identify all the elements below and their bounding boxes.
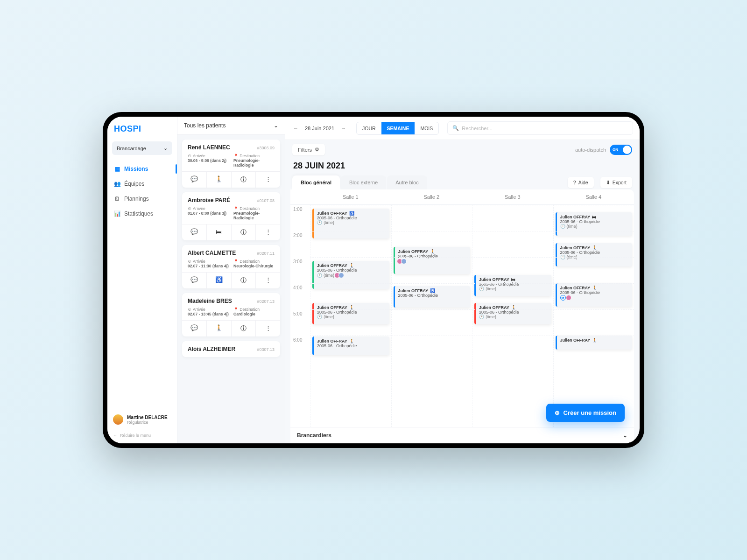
create-mission-button[interactable]: ⊕ Créer une mission [546,404,625,422]
schedule-event[interactable]: Julien OFFRAY ♿ 2005-06 - Orthopédie [394,286,471,308]
schedule-event[interactable]: Julien OFFRAY 🚶 [556,336,633,350]
collapse-menu[interactable]: ← Réduire le menu [107,429,177,443]
topbar-date: 28 Juin 2021 [305,126,334,131]
patient-info-icon[interactable]: ⓘ [232,224,256,240]
event-time: 🕑{time} [560,224,629,229]
arrow-left-icon: ← [113,433,117,438]
schedule-event[interactable]: Julien OFFRAY 🚶 2005-06 - Orthopédie 🕑{t… [474,303,551,324]
search-input[interactable]: 🔍 Rechercher... [447,121,633,135]
view-mois[interactable]: MOIS [415,122,438,134]
patient-mobility-icon[interactable]: 🛏 [207,224,232,240]
schedule-event[interactable]: Julien OFFRAY 🚶 2005-06 - Orthopédie M [556,283,633,307]
event-detail: 2005-06 - Orthopédie [317,216,386,220]
patient-card[interactable]: René LAENNEC#3006.09 ⏲ Arrivée30.06 - 9:… [182,140,280,188]
view-semaine[interactable]: SEMAINE [381,122,415,134]
patient-more-icon[interactable]: ⋮ [256,273,280,288]
mobility-icon: 🚶 [592,245,597,250]
bloc-tab[interactable]: Bloc général [292,175,340,189]
patient-name: Albert CALMETTE [188,250,236,256]
event-name: Julien OFFRAY 🚶 [560,338,629,343]
patient-mobility-icon[interactable]: 🚶 [207,321,232,336]
event-detail: 2005-06 - Orthopédie [317,343,386,348]
patient-chat-icon[interactable]: 💬 [182,172,207,188]
nav-item-équipes[interactable]: 👥Équipes [107,176,177,191]
event-name: Julien OFFRAY 🛏 [479,277,548,282]
sliders-icon: ⚙ [315,147,319,153]
chevron-down-icon: ⌄ [623,432,627,439]
schedule-event[interactable]: Julien OFFRAY 🚶 2005-06 - Orthopédie [312,336,389,355]
event-name: Julien OFFRAY 🚶 [398,249,467,254]
next-arrow-icon[interactable]: → [339,124,348,133]
event-time: 🕑{time} [317,220,386,225]
event-name: Julien OFFRAY 🚶 [560,286,629,290]
patient-chat-icon[interactable]: 💬 [182,273,207,288]
time-label: 3:00 [290,257,310,283]
schedule-event[interactable]: Julien OFFRAY 🛏 2005-06 - Orthopédie 🕑{t… [474,275,551,296]
filters-button[interactable]: Filters ⚙ [292,144,325,155]
schedule-event[interactable]: Julien OFFRAY ♿ 2005-06 - Orthopédie 🕑{t… [312,209,389,238]
time-label: 5:00 [290,309,310,336]
event-name: Julien OFFRAY 🚶 [317,263,386,268]
nav-label: Équipes [124,181,144,187]
event-detail: 2005-06 - Orthopédie [479,282,548,287]
mobility-icon: 🚶 [592,286,597,290]
nav-label: Statistiques [124,210,153,217]
prev-arrow-icon[interactable]: ← [291,124,300,133]
brancardiers-row[interactable]: Brancardiers ⌄ [290,427,634,443]
schedule-event[interactable]: Julien OFFRAY 🚶 2005-06 - Orthopédie [394,247,471,274]
clock-icon: 🕑 [317,315,322,319]
schedule-event[interactable]: Julien OFFRAY 🚶 2005-06 - Orthopédie 🕑{t… [556,243,633,266]
auto-dispatch: auto-dispatch ON [575,145,632,155]
time-label: 6:00 [290,336,310,362]
view-jour[interactable]: JOUR [357,122,381,134]
search-placeholder: Rechercher... [462,126,492,131]
nav-item-plannings[interactable]: 🗓Plannings [107,191,177,206]
patient-more-icon[interactable]: ⋮ [256,224,280,240]
department-select[interactable]: Brancardage ⌄ [112,141,172,155]
export-button[interactable]: ⬇Export [600,177,632,188]
patient-mobility-icon[interactable]: 🚶 [207,172,232,188]
patient-card[interactable]: Madeleine BRES#0207.13 ⏲ Arrivée02.07 - … [182,293,280,336]
patient-id: #0207.11 [257,251,275,256]
patients-column: Tous les patients ⌄ René LAENNEC#3006.09… [177,117,285,443]
bloc-tab[interactable]: Bloc externe [341,175,386,189]
patient-more-icon[interactable]: ⋮ [256,321,280,336]
avatar [113,414,123,425]
schedule-event[interactable]: Julien OFFRAY 🚶 2005-06 - Orthopédie 🕑{t… [312,261,389,289]
patient-info-icon[interactable]: ⓘ [232,172,256,188]
patient-more-icon[interactable]: ⋮ [256,172,280,188]
collapse-label: Réduire le menu [120,433,151,438]
event-detail: 2005-06 - Orthopédie [398,254,467,259]
main-area: ← 28 Juin 2021 → JOURSEMAINEMOIS 🔍 Reche… [285,117,640,443]
patient-id: #0307.13 [257,347,275,352]
current-user[interactable]: Martine DELACRE Régulatrice [107,410,177,429]
room-header: Salle 4 [553,189,634,204]
filters-label: Filters [298,147,312,153]
logo-text: HOSPI [114,124,141,133]
patient-chat-icon[interactable]: 💬 [182,321,207,336]
patient-info-icon[interactable]: ⓘ [232,321,256,336]
patient-info-icon[interactable]: ⓘ [232,273,256,288]
nav-label: Missions [124,166,148,172]
event-detail: 2005-06 - Orthopédie [560,290,629,295]
patient-chat-icon[interactable]: 💬 [182,224,207,240]
patient-card[interactable]: Albert CALMETTE#0207.11 ⏲ Arrivée02.07 -… [182,245,280,288]
auto-dispatch-label: auto-dispatch [575,147,606,153]
auto-dispatch-toggle[interactable]: ON [610,145,632,155]
bloc-tab[interactable]: Autre bloc [387,175,427,189]
patient-card[interactable]: Ambroise PARÉ#0107.08 ⏲ Arrivée01.07 - 8… [182,192,280,240]
help-icon: ? [573,180,576,185]
patient-mobility-icon[interactable]: ♿ [207,273,232,288]
user-name: Martine DELACRE [127,415,168,420]
schedule-lane: Julien OFFRAY 🚶 2005-06 - Orthopédie Jul… [391,205,472,427]
schedule-event[interactable]: Julien OFFRAY 🚶 2005-06 - Orthopédie 🕑{t… [312,303,389,324]
patient-filter-label: Tous les patients [184,122,226,129]
nav-item-missions[interactable]: ▦Missions [107,161,177,176]
nav-item-statistiques[interactable]: 📊Statistiques [107,206,177,221]
schedule-event[interactable]: Julien OFFRAY 🛏 2005-06 - Orthopédie 🕑{t… [556,212,633,236]
event-name: Julien OFFRAY ♿ [317,211,386,216]
patient-card[interactable]: Alois ALZHEIMER#0307.13 [182,341,280,357]
help-button[interactable]: ?Aide [568,177,594,188]
event-time: 🕑{time} [317,273,386,278]
patient-filter-select[interactable]: Tous les patients ⌄ [177,117,285,135]
